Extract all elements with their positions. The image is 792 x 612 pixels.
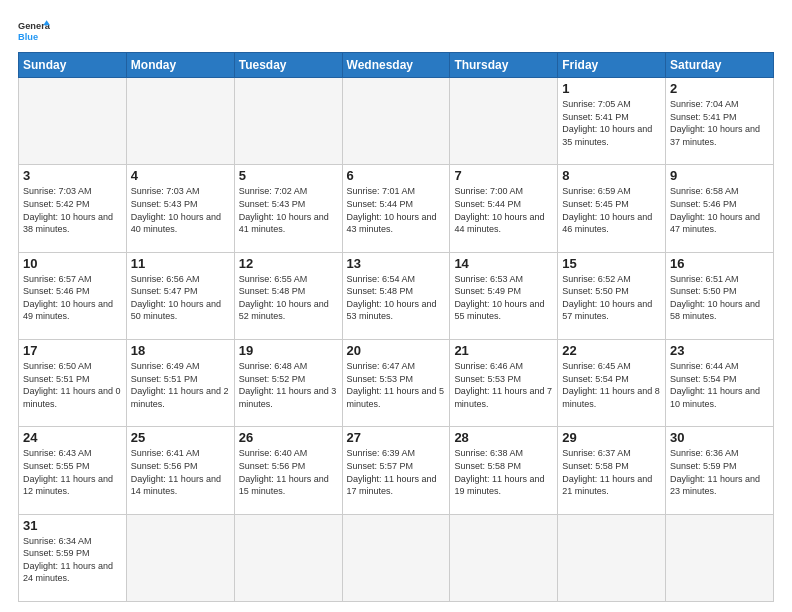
day-number: 1 [562,81,661,96]
day-info: Sunrise: 6:54 AM Sunset: 5:48 PM Dayligh… [347,273,446,323]
page: General Blue SundayMondayTuesdayWednesda… [0,0,792,612]
day-number: 21 [454,343,553,358]
day-info: Sunrise: 7:01 AM Sunset: 5:44 PM Dayligh… [347,185,446,235]
day-number: 22 [562,343,661,358]
day-number: 8 [562,168,661,183]
calendar-cell: 27Sunrise: 6:39 AM Sunset: 5:57 PM Dayli… [342,427,450,514]
calendar-cell: 30Sunrise: 6:36 AM Sunset: 5:59 PM Dayli… [666,427,774,514]
calendar-cell: 20Sunrise: 6:47 AM Sunset: 5:53 PM Dayli… [342,339,450,426]
weekday-header-tuesday: Tuesday [234,53,342,78]
day-info: Sunrise: 7:00 AM Sunset: 5:44 PM Dayligh… [454,185,553,235]
calendar-cell: 16Sunrise: 6:51 AM Sunset: 5:50 PM Dayli… [666,252,774,339]
calendar-cell: 8Sunrise: 6:59 AM Sunset: 5:45 PM Daylig… [558,165,666,252]
day-number: 11 [131,256,230,271]
calendar-cell: 7Sunrise: 7:00 AM Sunset: 5:44 PM Daylig… [450,165,558,252]
calendar-cell: 4Sunrise: 7:03 AM Sunset: 5:43 PM Daylig… [126,165,234,252]
day-number: 15 [562,256,661,271]
day-number: 10 [23,256,122,271]
calendar-cell: 11Sunrise: 6:56 AM Sunset: 5:47 PM Dayli… [126,252,234,339]
calendar-cell [450,78,558,165]
weekday-header-friday: Friday [558,53,666,78]
day-number: 14 [454,256,553,271]
day-number: 25 [131,430,230,445]
day-info: Sunrise: 6:52 AM Sunset: 5:50 PM Dayligh… [562,273,661,323]
day-info: Sunrise: 6:53 AM Sunset: 5:49 PM Dayligh… [454,273,553,323]
weekday-header-thursday: Thursday [450,53,558,78]
day-number: 17 [23,343,122,358]
calendar-cell: 31Sunrise: 6:34 AM Sunset: 5:59 PM Dayli… [19,514,127,601]
day-info: Sunrise: 6:49 AM Sunset: 5:51 PM Dayligh… [131,360,230,410]
day-number: 5 [239,168,338,183]
day-info: Sunrise: 6:55 AM Sunset: 5:48 PM Dayligh… [239,273,338,323]
header: General Blue [18,18,774,46]
day-info: Sunrise: 7:02 AM Sunset: 5:43 PM Dayligh… [239,185,338,235]
day-info: Sunrise: 7:03 AM Sunset: 5:42 PM Dayligh… [23,185,122,235]
calendar-cell: 12Sunrise: 6:55 AM Sunset: 5:48 PM Dayli… [234,252,342,339]
day-info: Sunrise: 6:59 AM Sunset: 5:45 PM Dayligh… [562,185,661,235]
week-row-4: 17Sunrise: 6:50 AM Sunset: 5:51 PM Dayli… [19,339,774,426]
day-info: Sunrise: 6:39 AM Sunset: 5:57 PM Dayligh… [347,447,446,497]
day-number: 4 [131,168,230,183]
weekday-header-monday: Monday [126,53,234,78]
day-info: Sunrise: 6:57 AM Sunset: 5:46 PM Dayligh… [23,273,122,323]
day-number: 23 [670,343,769,358]
calendar-cell [126,514,234,601]
day-number: 13 [347,256,446,271]
day-info: Sunrise: 6:41 AM Sunset: 5:56 PM Dayligh… [131,447,230,497]
calendar-cell [666,514,774,601]
calendar-cell: 29Sunrise: 6:37 AM Sunset: 5:58 PM Dayli… [558,427,666,514]
calendar: SundayMondayTuesdayWednesdayThursdayFrid… [18,52,774,602]
calendar-cell [342,78,450,165]
day-number: 19 [239,343,338,358]
day-number: 30 [670,430,769,445]
day-info: Sunrise: 6:36 AM Sunset: 5:59 PM Dayligh… [670,447,769,497]
day-number: 27 [347,430,446,445]
generalblue-logo-icon: General Blue [18,18,50,46]
day-number: 2 [670,81,769,96]
day-info: Sunrise: 6:43 AM Sunset: 5:55 PM Dayligh… [23,447,122,497]
day-info: Sunrise: 7:05 AM Sunset: 5:41 PM Dayligh… [562,98,661,148]
day-number: 28 [454,430,553,445]
calendar-cell: 14Sunrise: 6:53 AM Sunset: 5:49 PM Dayli… [450,252,558,339]
calendar-cell: 13Sunrise: 6:54 AM Sunset: 5:48 PM Dayli… [342,252,450,339]
calendar-cell: 19Sunrise: 6:48 AM Sunset: 5:52 PM Dayli… [234,339,342,426]
calendar-cell: 26Sunrise: 6:40 AM Sunset: 5:56 PM Dayli… [234,427,342,514]
calendar-cell: 3Sunrise: 7:03 AM Sunset: 5:42 PM Daylig… [19,165,127,252]
calendar-cell [126,78,234,165]
calendar-cell: 28Sunrise: 6:38 AM Sunset: 5:58 PM Dayli… [450,427,558,514]
calendar-cell [342,514,450,601]
day-info: Sunrise: 6:44 AM Sunset: 5:54 PM Dayligh… [670,360,769,410]
calendar-cell: 6Sunrise: 7:01 AM Sunset: 5:44 PM Daylig… [342,165,450,252]
day-info: Sunrise: 6:45 AM Sunset: 5:54 PM Dayligh… [562,360,661,410]
calendar-cell [558,514,666,601]
week-row-6: 31Sunrise: 6:34 AM Sunset: 5:59 PM Dayli… [19,514,774,601]
day-info: Sunrise: 7:03 AM Sunset: 5:43 PM Dayligh… [131,185,230,235]
day-info: Sunrise: 6:50 AM Sunset: 5:51 PM Dayligh… [23,360,122,410]
calendar-cell: 1Sunrise: 7:05 AM Sunset: 5:41 PM Daylig… [558,78,666,165]
day-number: 16 [670,256,769,271]
calendar-cell [234,514,342,601]
day-number: 18 [131,343,230,358]
weekday-header-sunday: Sunday [19,53,127,78]
calendar-cell: 21Sunrise: 6:46 AM Sunset: 5:53 PM Dayli… [450,339,558,426]
calendar-cell: 5Sunrise: 7:02 AM Sunset: 5:43 PM Daylig… [234,165,342,252]
day-info: Sunrise: 6:46 AM Sunset: 5:53 PM Dayligh… [454,360,553,410]
day-info: Sunrise: 6:34 AM Sunset: 5:59 PM Dayligh… [23,535,122,585]
day-info: Sunrise: 7:04 AM Sunset: 5:41 PM Dayligh… [670,98,769,148]
svg-text:Blue: Blue [18,32,38,42]
calendar-cell: 15Sunrise: 6:52 AM Sunset: 5:50 PM Dayli… [558,252,666,339]
day-info: Sunrise: 6:47 AM Sunset: 5:53 PM Dayligh… [347,360,446,410]
day-number: 31 [23,518,122,533]
calendar-cell [19,78,127,165]
day-info: Sunrise: 6:38 AM Sunset: 5:58 PM Dayligh… [454,447,553,497]
weekday-header-row: SundayMondayTuesdayWednesdayThursdayFrid… [19,53,774,78]
calendar-cell [234,78,342,165]
day-number: 12 [239,256,338,271]
week-row-1: 1Sunrise: 7:05 AM Sunset: 5:41 PM Daylig… [19,78,774,165]
week-row-5: 24Sunrise: 6:43 AM Sunset: 5:55 PM Dayli… [19,427,774,514]
calendar-cell: 24Sunrise: 6:43 AM Sunset: 5:55 PM Dayli… [19,427,127,514]
week-row-3: 10Sunrise: 6:57 AM Sunset: 5:46 PM Dayli… [19,252,774,339]
day-number: 26 [239,430,338,445]
calendar-cell: 25Sunrise: 6:41 AM Sunset: 5:56 PM Dayli… [126,427,234,514]
day-info: Sunrise: 6:40 AM Sunset: 5:56 PM Dayligh… [239,447,338,497]
